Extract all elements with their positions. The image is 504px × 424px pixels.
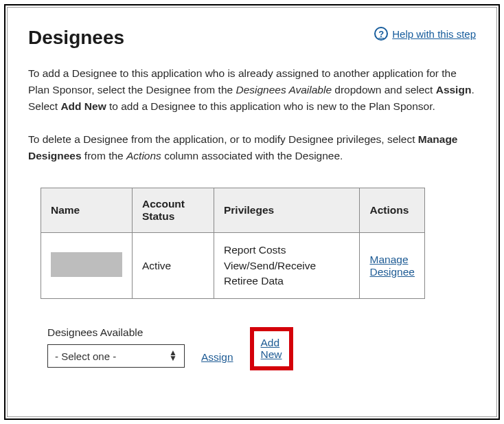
instruction-paragraph-1: To add a Designee to this application wh…: [28, 65, 476, 115]
help-link-label: Help with this step: [392, 28, 476, 40]
add-new-link[interactable]: Add New: [261, 337, 282, 361]
cell-name: [41, 233, 133, 299]
designees-table: Name Account Status Privileges Actions A…: [41, 188, 425, 299]
page-title: Designees: [28, 27, 124, 49]
col-actions: Actions: [360, 188, 425, 233]
controls-row: Designees Available - Select one - ▲▼ As…: [47, 326, 476, 368]
table-row: Active Report Costs View/Send/Receive Re…: [41, 233, 425, 299]
col-name: Name: [41, 188, 133, 233]
designees-available-select[interactable]: - Select one - ▲▼: [47, 344, 185, 368]
cell-actions: Manage Designee: [360, 233, 425, 299]
cell-privileges: Report Costs View/Send/Receive Retiree D…: [214, 233, 360, 299]
col-account-status: Account Status: [133, 188, 214, 233]
assign-link[interactable]: Assign: [201, 351, 233, 364]
manage-designee-link[interactable]: Manage Designee: [369, 254, 415, 278]
redacted-name: [51, 252, 122, 277]
help-with-step-link[interactable]: ? Help with this step: [374, 27, 476, 41]
sort-arrows-icon: ▲▼: [169, 351, 177, 362]
instruction-paragraph-2: To delete a Designee from the applicatio…: [28, 131, 476, 164]
select-value: - Select one -: [55, 350, 116, 362]
cell-status: Active: [133, 233, 214, 299]
add-new-highlight: Add New: [250, 327, 293, 371]
table-header-row: Name Account Status Privileges Actions: [41, 188, 425, 233]
help-icon: ?: [374, 27, 388, 41]
col-privileges: Privileges: [214, 188, 360, 233]
designees-available-label: Designees Available: [47, 326, 185, 339]
